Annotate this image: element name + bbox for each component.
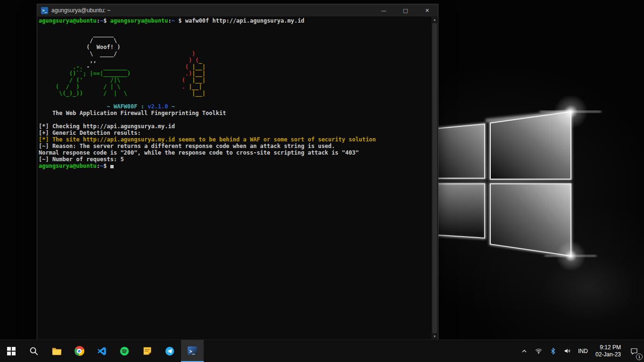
terminal-window: >_ agungsurya@ubuntu: ~ — □ ✕ agungsurya… xyxy=(37,4,438,340)
file-explorer-icon xyxy=(51,346,62,356)
telegram-button[interactable] xyxy=(158,340,181,362)
terminal-line: ~ WAFW00F : v2.1.0 ~ xyxy=(39,103,430,110)
language-indicator[interactable]: IND xyxy=(575,340,591,362)
terminal-app-icon: >_ xyxy=(41,7,48,14)
clock-time: 9:12 PM xyxy=(600,344,621,351)
spotify-icon xyxy=(119,346,130,356)
terminal-line: ______ xyxy=(39,31,430,37)
vscode-icon xyxy=(97,346,107,356)
vscode-button[interactable] xyxy=(91,340,113,362)
start-button[interactable] xyxy=(0,340,23,362)
terminal-line xyxy=(39,97,430,103)
terminal-line: [~] Number of requests: 5 xyxy=(39,156,430,163)
search-icon xyxy=(29,346,39,356)
windows-terminal-button[interactable]: >_ xyxy=(181,340,204,362)
clock[interactable]: 9:12 PM 02-Jan-23 xyxy=(591,340,625,362)
terminal-line: \(_)_)) / | \ |__| xyxy=(39,90,430,97)
terminal-titlebar[interactable]: >_ agungsurya@ubuntu: ~ — □ ✕ xyxy=(37,4,438,16)
network-button[interactable] xyxy=(531,340,546,362)
terminal-line: agungsurya@ubuntu:~$ agungsurya@ubuntu:~… xyxy=(39,17,430,24)
file-explorer-button[interactable] xyxy=(45,340,68,362)
windows-terminal-icon: >_ xyxy=(187,345,198,356)
close-button[interactable]: ✕ xyxy=(416,4,438,16)
notification-badge: 1 xyxy=(636,354,643,360)
wifi-icon xyxy=(535,347,543,355)
terminal-cursor xyxy=(110,165,114,168)
desktop: >_ agungsurya@ubuntu: ~ — □ ✕ agungsurya… xyxy=(0,0,644,362)
minimize-button[interactable]: — xyxy=(373,4,395,16)
action-center-button[interactable]: 1 xyxy=(625,340,643,362)
volume-button[interactable] xyxy=(560,340,575,362)
terminal-line: [*] Checking http://api.agungsurya.my.id xyxy=(39,123,430,130)
system-tray: IND 9:12 PM 02-Jan-23 1 xyxy=(517,340,644,362)
chrome-icon xyxy=(74,346,84,356)
sticky-notes-icon xyxy=(142,346,152,356)
bluetooth-button[interactable] xyxy=(546,340,560,362)
terminal-line: ( Woof! ) xyxy=(39,44,430,50)
taskbar: >_ xyxy=(0,339,644,362)
maximize-button[interactable]: □ xyxy=(395,4,416,16)
terminal-line: Normal response code is "200", while the… xyxy=(39,149,430,156)
terminal-line: [~] Reason: The server returns a differe… xyxy=(39,143,430,149)
scroll-up-icon[interactable]: ▲ xyxy=(431,17,438,23)
chrome-button[interactable] xyxy=(68,340,91,362)
start-icon xyxy=(7,347,16,355)
chevron-up-icon xyxy=(520,347,528,355)
terminal-line: ,, ) (_ xyxy=(39,57,430,64)
terminal-body: agungsurya@ubuntu:~$ agungsurya@ubuntu:~… xyxy=(37,16,438,340)
clock-date: 02-Jan-23 xyxy=(595,351,621,358)
telegram-icon xyxy=(165,346,175,356)
terminal-line: \ ____/ ) xyxy=(39,50,430,57)
terminal-line: .-. - _______ ( |__| xyxy=(39,64,430,70)
terminal-line: [+] Generic Detection results: xyxy=(39,130,430,136)
hidden-icons-button[interactable] xyxy=(517,340,531,362)
speaker-icon xyxy=(563,347,571,355)
terminal-line xyxy=(39,116,430,123)
scroll-down-icon[interactable]: ▼ xyxy=(431,334,438,339)
spotify-button[interactable] xyxy=(113,340,136,362)
terminal-line: ()``; |==|_______) .)|__| xyxy=(39,70,430,77)
terminal-output[interactable]: agungsurya@ubuntu:~$ agungsurya@ubuntu:~… xyxy=(39,17,430,340)
terminal-line: / \ xyxy=(39,37,430,44)
bluetooth-icon xyxy=(549,347,557,355)
search-button[interactable] xyxy=(23,340,45,362)
terminal-scrollbar[interactable]: ▲ ▼ xyxy=(431,16,438,340)
scrollbar-thumb[interactable] xyxy=(432,23,437,333)
terminal-line: ( / ) / | \ . |__| xyxy=(39,83,430,90)
terminal-line: [*] The site http://api.agungsurya.my.id… xyxy=(39,136,430,143)
terminal-line: The Web Application Firewall Fingerprint… xyxy=(39,110,430,116)
sticky-notes-button[interactable] xyxy=(136,340,158,362)
terminal-line xyxy=(39,24,430,31)
svg-text:>_: >_ xyxy=(190,348,196,354)
terminal-line: / (' /|\ ( |__| xyxy=(39,77,430,83)
window-title: agungsurya@ubuntu: ~ xyxy=(51,7,110,14)
terminal-line: agungsurya@ubuntu:~$ xyxy=(39,163,430,169)
